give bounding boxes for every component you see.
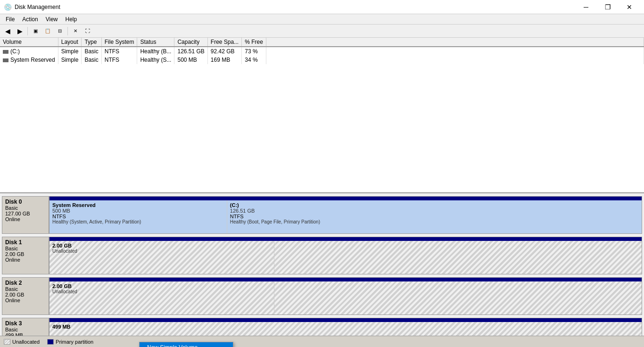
partition[interactable]: System Reserved500 MBNTFSHealthy (System…: [50, 200, 227, 233]
disk-type: Basic: [5, 205, 46, 211]
disk-name: Disk 1: [5, 239, 46, 246]
disk-row: Disk 0 Basic 127.00 GB Online System Res…: [2, 196, 642, 234]
legend-unallocated: Unallocated: [4, 339, 40, 345]
disk-status: Online: [5, 216, 46, 222]
disk-size: 2.00 GB: [5, 251, 46, 257]
partition-size: 126.51 GB: [230, 208, 639, 214]
partition[interactable]: 2.00 GBUnallocated: [50, 281, 274, 314]
partition-status: Healthy (System, Active, Primary Partiti…: [52, 219, 224, 224]
col-layout[interactable]: Layout: [58, 38, 82, 47]
legend-bar: Unallocated Primary partition: [0, 336, 644, 347]
disk-status: Online: [5, 297, 46, 303]
menu-help[interactable]: Help: [62, 15, 81, 24]
disk-name: Disk 0: [5, 198, 46, 205]
col-capacity[interactable]: Capacity: [174, 38, 207, 47]
disk-label: Disk 2 Basic 2.00 GB Online: [2, 277, 49, 315]
disk-top-bar: [50, 278, 642, 281]
close-button[interactable]: ✕: [619, 0, 640, 14]
cell-filesystem: NTFS: [101, 56, 137, 64]
col-filesystem[interactable]: File System: [101, 38, 137, 47]
partition-name: 2.00 GB: [52, 283, 271, 289]
partition-size: 500 MB: [52, 208, 224, 214]
cell-freespace: 92.42 GB: [207, 47, 241, 56]
disk-table-area: Volume Layout Type File System Status Ca…: [0, 38, 644, 193]
toolbar-sep-2: [67, 27, 68, 35]
toolbar-folders[interactable]: ⊟: [54, 26, 66, 36]
toolbar-sep-1: [27, 27, 28, 35]
disk-partitions: 2.00 GBUnallocated: [49, 277, 642, 315]
disk-top-bar: [50, 318, 642, 322]
partition-status: Unallocated: [52, 289, 271, 294]
col-status[interactable]: Status: [137, 38, 174, 47]
disk-top-bar: [50, 197, 642, 200]
cell-status: Healthy (B...: [137, 47, 174, 56]
restore-button[interactable]: ❐: [597, 0, 619, 14]
context-menu-item[interactable]: New Simple Volume...: [140, 342, 233, 347]
context-menu: New Simple Volume...New Spanned Volume..…: [139, 342, 233, 347]
cell-capacity: 126.51 GB: [174, 47, 207, 56]
volume-icon: [3, 50, 8, 54]
table-row[interactable]: System Reserved Simple Basic NTFS Health…: [0, 56, 644, 64]
disk-partitions-row: 2.00 GBUnallocated: [50, 241, 642, 274]
col-percentfree[interactable]: % Free: [242, 38, 266, 47]
col-volume[interactable]: Volume: [0, 38, 58, 47]
cell-volume: (C:): [0, 47, 58, 56]
cell-extra: [266, 47, 644, 56]
disk-partitions: 2.00 GBUnallocated: [49, 237, 642, 274]
disk-type: Basic: [5, 286, 46, 292]
table-header-row: Volume Layout Type File System Status Ca…: [0, 38, 644, 47]
col-freespace[interactable]: Free Spa...: [207, 38, 241, 47]
menu-file[interactable]: File: [2, 15, 18, 24]
partition-status: Healthy (Boot, Page File, Primary Partit…: [230, 219, 639, 224]
menu-view[interactable]: View: [42, 15, 62, 24]
partition-fs: NTFS: [52, 214, 224, 219]
disk-table: Volume Layout Type File System Status Ca…: [0, 38, 644, 64]
disk-rows-container: Disk 0 Basic 127.00 GB Online System Res…: [0, 196, 644, 347]
minimize-button[interactable]: ─: [575, 0, 597, 14]
main-container: Volume Layout Type File System Status Ca…: [0, 38, 644, 347]
legend-unallocated-icon: [4, 339, 10, 345]
disk-graphics-area[interactable]: Disk 0 Basic 127.00 GB Online System Res…: [0, 193, 644, 347]
partition[interactable]: [274, 241, 642, 274]
cell-capacity: 500 MB: [174, 56, 207, 64]
disk-label: Disk 0 Basic 127.00 GB Online: [2, 196, 49, 234]
col-type[interactable]: Type: [82, 38, 101, 47]
partition-name: (C:): [230, 202, 639, 208]
cell-percentfree: 34 %: [242, 56, 266, 64]
partition-status: Unallocated: [52, 248, 271, 254]
volume-icon: [3, 58, 8, 62]
disk-row: Disk 2 Basic 2.00 GB Online 2.00 GBUnall…: [2, 277, 642, 315]
menu-action[interactable]: Action: [18, 15, 41, 24]
menu-bar: File Action View Help: [0, 14, 644, 25]
partition-name: 2.00 GB: [52, 243, 271, 248]
toolbar-back[interactable]: ◀: [2, 26, 13, 36]
partition[interactable]: 2.00 GBUnallocated: [50, 241, 274, 274]
table-row[interactable]: (C:) Simple Basic NTFS Healthy (B... 126…: [0, 47, 644, 56]
title-bar: 💿 Disk Management ─ ❐ ✕: [0, 0, 644, 14]
partition-name: System Reserved: [52, 202, 224, 208]
toolbar-forward[interactable]: ▶: [14, 26, 25, 36]
disk-type: Basic: [5, 246, 46, 251]
disk-size: 127.00 GB: [5, 211, 46, 216]
disk-name: Disk 3: [5, 320, 46, 327]
legend-primary-label: Primary partition: [56, 339, 93, 345]
col-extra[interactable]: [266, 38, 644, 47]
toolbar-up[interactable]: ▣: [30, 26, 41, 36]
disk-label: Disk 1 Basic 2.00 GB Online: [2, 237, 49, 274]
disk-row: Disk 1 Basic 2.00 GB Online 2.00 GBUnall…: [2, 237, 642, 274]
disk-table-body: (C:) Simple Basic NTFS Healthy (B... 126…: [0, 47, 644, 64]
legend-unallocated-label: Unallocated: [12, 339, 40, 345]
toolbar-search[interactable]: 📋: [42, 26, 53, 36]
toolbar-view2[interactable]: ⛶: [82, 26, 93, 36]
toolbar: ◀ ▶ ▣ 📋 ⊟ ✕ ⛶: [0, 25, 644, 38]
partition[interactable]: (C:)126.51 GBNTFSHealthy (Boot, Page Fil…: [227, 200, 642, 233]
cell-extra: [266, 56, 644, 64]
toolbar-view1[interactable]: ✕: [70, 26, 81, 36]
cell-type: Basic: [82, 47, 101, 56]
partition[interactable]: [274, 281, 642, 314]
cell-filesystem: NTFS: [101, 47, 137, 56]
partition-name: 499 MB: [52, 324, 639, 330]
partition-fs: NTFS: [230, 214, 639, 219]
disk-status: Online: [5, 257, 46, 263]
disk-partitions: System Reserved500 MBNTFSHealthy (System…: [49, 196, 642, 234]
